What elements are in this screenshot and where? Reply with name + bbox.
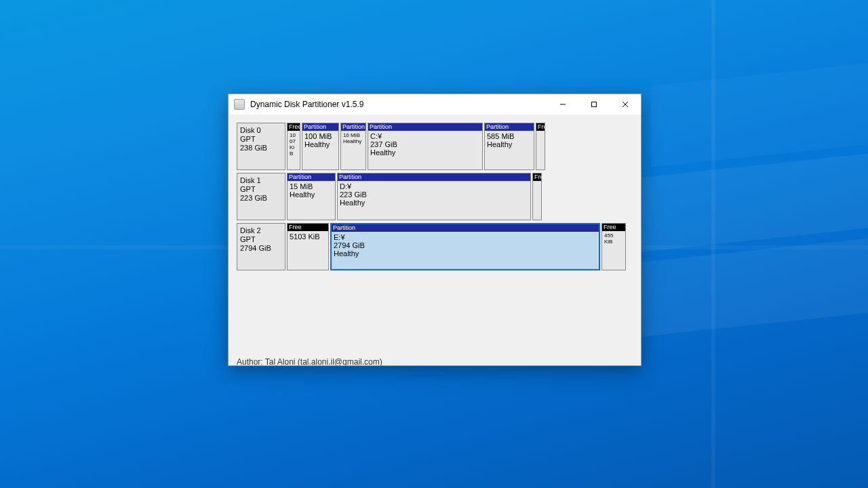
free-space-segment[interactable]: Free1007KiB xyxy=(287,123,300,170)
partition-segment[interactable]: Partition15 MiBHealthy xyxy=(287,173,336,220)
segment-body xyxy=(536,131,545,134)
segment-line: D:¥ xyxy=(340,182,528,190)
segment-body: E:¥2794 GiBHealthy xyxy=(332,232,599,259)
segment-body: 5103 KiB xyxy=(288,231,328,242)
disk-label-name: Disk 0 xyxy=(240,126,282,135)
desktop-light-beam xyxy=(711,0,715,488)
segment-header: Free xyxy=(602,224,625,231)
segment-line: B xyxy=(290,150,298,157)
partition-segment[interactable]: Partition585 MiBHealthy xyxy=(484,123,534,170)
disk-row: Disk 2GPT2794 GiBFree5103 KiBPartitionE:… xyxy=(237,223,633,270)
disk-label-size: 238 GiB xyxy=(240,144,282,152)
segment-body: 585 MiBHealthy xyxy=(485,131,534,150)
segment-body: D:¥223 GiBHealthy xyxy=(338,181,530,208)
segment-line: Healthy xyxy=(290,190,333,199)
segment-header: Partition xyxy=(332,224,599,232)
free-space-segment[interactable]: Free455KiB xyxy=(601,223,626,270)
free-space-segment[interactable]: Free5103 KiB xyxy=(287,223,329,270)
segment-line: 15 MiB xyxy=(290,182,333,190)
segment-header: Partition xyxy=(338,174,530,181)
segment-header: Fre xyxy=(536,123,545,131)
segment-header: Free xyxy=(288,123,300,131)
disk-label-name: Disk 2 xyxy=(240,226,282,235)
partition-segment[interactable]: Partition16 MiBHealthy xyxy=(340,123,366,170)
close-button[interactable] xyxy=(610,94,641,115)
partition-segment[interactable]: PartitionD:¥223 GiBHealthy xyxy=(337,173,531,220)
disk-label-size: 223 GiB xyxy=(240,194,282,203)
disk-label[interactable]: Disk 2GPT2794 GiB xyxy=(237,223,285,270)
segment-line: 10 xyxy=(290,132,298,138)
segment-line: Ki xyxy=(290,144,298,150)
disk-label[interactable]: Disk 0GPT238 GiB xyxy=(237,123,285,170)
disk-label-scheme: GPT xyxy=(240,185,282,194)
segment-body xyxy=(533,181,541,184)
segment-body: 100 MiBHealthy xyxy=(302,131,338,150)
titlebar[interactable]: Dynamic Disk Partitioner v1.5.9 xyxy=(229,94,641,115)
segment-line: Healthy xyxy=(304,140,336,148)
disk-label[interactable]: Disk 1GPT223 GiB xyxy=(237,173,285,220)
disk-label-scheme: GPT xyxy=(240,235,282,244)
segment-line: Healthy xyxy=(487,140,532,148)
segment-line: Healthy xyxy=(343,138,363,144)
app-window: Dynamic Disk Partitioner v1.5.9 Disk 0GP… xyxy=(228,94,642,366)
desktop-light-beam xyxy=(631,239,868,338)
segment-line: 223 GiB xyxy=(340,190,528,199)
disk-segments: Free5103 KiBPartitionE:¥2794 GiBHealthyF… xyxy=(287,223,633,270)
disk-row: Disk 0GPT238 GiBFree1007KiBPartition100 … xyxy=(237,123,633,170)
segment-line: E:¥ xyxy=(334,233,597,241)
segment-header: Partition xyxy=(288,174,335,181)
app-icon xyxy=(234,99,245,110)
segment-header: Partition xyxy=(341,123,366,131)
disk-label-size: 2794 GiB xyxy=(240,244,282,253)
partition-segment[interactable]: PartitionE:¥2794 GiBHealthy xyxy=(330,223,600,270)
partition-segment[interactable]: PartitionC:¥237 GiBHealthy xyxy=(368,123,483,170)
disk-label-name: Disk 1 xyxy=(240,176,282,185)
segment-line: 16 MiB xyxy=(343,132,363,138)
maximize-button[interactable] xyxy=(578,94,610,115)
segment-line: 100 MiB xyxy=(304,132,336,140)
segment-body: 16 MiBHealthy xyxy=(341,131,366,146)
segment-line: 455 xyxy=(604,232,623,239)
segment-header: Partition xyxy=(485,123,534,131)
disk-segments: Partition15 MiBHealthyPartitionD:¥223 Gi… xyxy=(287,173,633,220)
svg-rect-1 xyxy=(592,102,597,107)
client-area: Disk 0GPT238 GiBFree1007KiBPartition100 … xyxy=(229,115,641,365)
desktop-light-beam xyxy=(651,63,868,167)
segment-header: Free xyxy=(288,224,328,231)
segment-line: C:¥ xyxy=(370,132,480,140)
segment-header: Partition xyxy=(368,123,482,131)
segment-line: 5103 KiB xyxy=(290,232,326,241)
segment-line: 237 GiB xyxy=(370,140,480,148)
segment-line: Healthy xyxy=(370,148,480,157)
segment-body: C:¥237 GiBHealthy xyxy=(368,131,482,158)
segment-line: 07 xyxy=(290,138,298,144)
segment-line: 585 MiB xyxy=(487,132,532,140)
segment-line: 2794 GiB xyxy=(334,241,597,249)
partition-segment[interactable]: Partition100 MiBHealthy xyxy=(302,123,339,170)
disk-label-scheme: GPT xyxy=(240,135,282,144)
segment-header: Fre xyxy=(533,174,541,181)
disk-row: Disk 1GPT223 GiBPartition15 MiBHealthyPa… xyxy=(237,173,633,220)
segment-header: Partition xyxy=(302,123,338,131)
free-space-segment[interactable]: Fre xyxy=(532,173,542,220)
segment-body: 1007KiB xyxy=(288,131,300,158)
author-footer: Author: Tal Aloni (tal.aloni.il@gmail.co… xyxy=(237,357,382,365)
segment-line: Healthy xyxy=(340,199,528,207)
disk-segments: Free1007KiBPartition100 MiBHealthyPartit… xyxy=(287,123,633,170)
window-title: Dynamic Disk Partitioner v1.5.9 xyxy=(250,100,547,109)
segment-line: KiB xyxy=(604,239,623,245)
segment-line: Healthy xyxy=(334,249,597,258)
free-space-segment[interactable]: Fre xyxy=(536,123,545,170)
segment-body: 455KiB xyxy=(602,231,625,246)
desktop-light-beam xyxy=(631,154,868,253)
minimize-button[interactable] xyxy=(547,94,578,115)
segment-body: 15 MiBHealthy xyxy=(288,181,335,200)
